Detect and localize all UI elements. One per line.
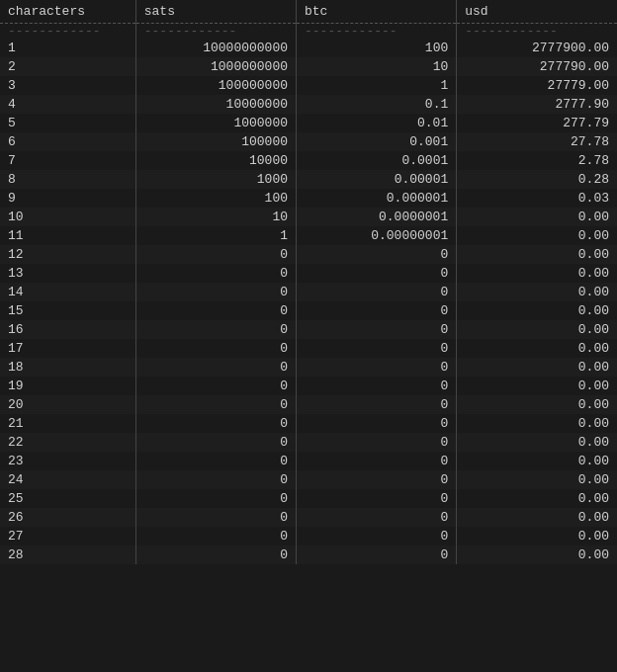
cell-sats: 100000 [135,132,296,151]
cell-usd: 2.78 [457,151,617,170]
table-row: 25000.00 [0,489,617,508]
main-table-container: characters sats btc usd ------------ ---… [0,0,617,564]
cell-btc: 0 [297,320,457,339]
cell-usd: 0.00 [457,433,617,452]
cell-usd: 27779.00 [457,76,617,95]
cell-btc: 0 [297,264,457,283]
cell-characters: 6 [0,132,135,151]
table-row: 2100000000010277790.00 [0,57,617,76]
table-row: 12000.00 [0,245,617,264]
divider-usd: ------------ [457,24,617,40]
cell-btc: 0 [297,470,457,489]
cell-characters: 1 [0,39,135,57]
table-row: 61000000.00127.78 [0,132,617,151]
divider-characters: ------------ [0,24,135,40]
cell-characters: 27 [0,527,135,546]
table-row: 4100000000.12777.90 [0,95,617,114]
cell-sats: 0 [135,527,296,546]
table-row: 21000.00 [0,414,617,433]
divider-btc: ------------ [297,24,457,40]
table-row: 17000.00 [0,339,617,358]
cell-sats: 10000000000 [135,39,296,57]
cell-btc: 0 [297,433,457,452]
cell-usd: 0.00 [457,489,617,508]
cell-btc: 100 [297,39,457,57]
cell-usd: 277.79 [457,114,617,132]
cell-btc: 0 [297,358,457,377]
table-row: 91000.0000010.03 [0,189,617,208]
cell-characters: 17 [0,339,135,358]
cell-btc: 0 [297,283,457,301]
cell-characters: 23 [0,452,135,470]
cell-usd: 0.00 [457,508,617,527]
cell-characters: 11 [0,226,135,245]
cell-sats: 10 [135,208,296,226]
cell-sats: 0 [135,452,296,470]
cell-usd: 2777.90 [457,95,617,114]
cell-characters: 22 [0,433,135,452]
cell-sats: 0 [135,320,296,339]
cell-sats: 0 [135,339,296,358]
table-row: 28000.00 [0,546,617,564]
cell-usd: 0.00 [457,414,617,433]
cell-btc: 0 [297,395,457,414]
cell-characters: 2 [0,57,135,76]
table-row: 26000.00 [0,508,617,527]
cell-usd: 0.00 [457,245,617,264]
cell-btc: 0.00000001 [297,226,457,245]
table-row: 22000.00 [0,433,617,452]
table-row: 15000.00 [0,301,617,320]
cell-characters: 16 [0,320,135,339]
cell-btc: 10 [297,57,457,76]
cell-usd: 0.00 [457,264,617,283]
cell-btc: 0.0000001 [297,208,457,226]
header-divider-row: ------------ ------------ ------------ -… [0,24,617,40]
table-row: 16000.00 [0,320,617,339]
cell-btc: 1 [297,76,457,95]
table-row: 13000.00 [0,264,617,283]
cell-btc: 0 [297,489,457,508]
table-row: 510000000.01277.79 [0,114,617,132]
cell-sats: 100 [135,189,296,208]
cell-usd: 0.00 [457,283,617,301]
table-row: 24000.00 [0,470,617,489]
cell-btc: 0 [297,452,457,470]
cell-characters: 21 [0,414,135,433]
cell-characters: 9 [0,189,135,208]
cell-characters: 5 [0,114,135,132]
cell-sats: 1000000000 [135,57,296,76]
table-row: 810000.000010.28 [0,170,617,189]
cell-btc: 0 [297,414,457,433]
cell-btc: 0.0001 [297,151,457,170]
cell-sats: 0 [135,508,296,527]
cell-btc: 0 [297,301,457,320]
table-body: 1100000000001002777900.00210000000001027… [0,39,617,564]
cell-sats: 1000000 [135,114,296,132]
table-row: 23000.00 [0,452,617,470]
table-row: 14000.00 [0,283,617,301]
cell-characters: 26 [0,508,135,527]
cell-sats: 10000 [135,151,296,170]
table-row: 7100000.00012.78 [0,151,617,170]
cell-characters: 14 [0,283,135,301]
cell-sats: 0 [135,358,296,377]
table-row: 1100000000001002777900.00 [0,39,617,57]
table-row: 10100.00000010.00 [0,208,617,226]
header-btc: btc [297,0,457,24]
cell-btc: 0 [297,339,457,358]
cell-sats: 0 [135,414,296,433]
cell-sats: 100000000 [135,76,296,95]
cell-btc: 0 [297,527,457,546]
cell-characters: 15 [0,301,135,320]
cell-usd: 0.28 [457,170,617,189]
header-characters: characters [0,0,135,24]
cell-usd: 0.00 [457,527,617,546]
cell-usd: 0.00 [457,470,617,489]
cell-characters: 12 [0,245,135,264]
cell-sats: 0 [135,470,296,489]
cell-usd: 0.00 [457,546,617,564]
cell-btc: 0 [297,508,457,527]
cell-usd: 2777900.00 [457,39,617,57]
cell-usd: 0.00 [457,452,617,470]
cell-characters: 7 [0,151,135,170]
